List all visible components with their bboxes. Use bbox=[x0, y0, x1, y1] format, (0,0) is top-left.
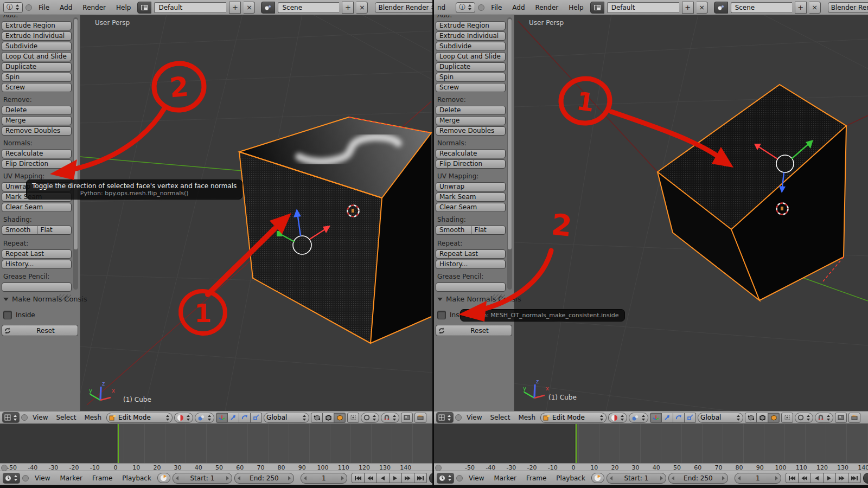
play-reverse-button[interactable] bbox=[811, 473, 824, 483]
timeline-area[interactable] bbox=[434, 423, 868, 463]
viewport-shading-dropdown[interactable] bbox=[174, 413, 193, 423]
shelf-button-repeat-last[interactable]: Repeat Last bbox=[2, 249, 72, 259]
manipulator-toggle-button[interactable] bbox=[650, 413, 662, 423]
cube-mesh[interactable] bbox=[239, 117, 431, 343]
reset-button[interactable]: Reset bbox=[436, 325, 512, 336]
shelf-scrollbar[interactable] bbox=[73, 17, 78, 290]
menu-select[interactable]: Select bbox=[53, 414, 79, 421]
menu-add[interactable]: Add bbox=[508, 4, 528, 11]
jump-to-start-button[interactable] bbox=[352, 473, 365, 483]
header-collapse-button[interactable] bbox=[22, 475, 29, 481]
current-frame-field[interactable]: 1 bbox=[301, 473, 347, 484]
mode-dropdown[interactable]: Edit Mode bbox=[106, 413, 173, 423]
menu-view[interactable]: View bbox=[29, 414, 51, 421]
menu-help[interactable]: Help bbox=[565, 4, 587, 11]
editor-type-button[interactable]: ⓘ bbox=[456, 2, 475, 13]
shelf-button-spin[interactable]: Spin bbox=[2, 73, 72, 82]
menu-render[interactable]: Render bbox=[79, 4, 110, 11]
viewport-shading-dropdown[interactable] bbox=[608, 413, 627, 423]
shelf-button-remove-doubles[interactable]: Remove Doubles bbox=[2, 126, 72, 136]
shelf-button-flip-direction[interactable]: Flip Direction bbox=[436, 159, 506, 169]
shelf-button-duplicate[interactable]: Duplicate bbox=[2, 62, 72, 72]
screen-layout-icon[interactable] bbox=[137, 2, 151, 14]
face-select-button[interactable] bbox=[768, 413, 780, 423]
viewport-3d[interactable]: User Persp bbox=[514, 15, 868, 411]
shelf-button-flip-direction[interactable]: Flip Direction bbox=[2, 159, 72, 169]
shelf-button-clear-seam[interactable]: Clear Seam bbox=[2, 203, 72, 212]
collapse-arrow-icon[interactable] bbox=[437, 298, 443, 301]
mode-dropdown[interactable]: Edit Mode bbox=[540, 413, 607, 423]
shelf-button-remove-doubles[interactable]: Remove Doubles bbox=[436, 126, 506, 136]
shelf-button-flat[interactable]: Flat bbox=[471, 226, 506, 235]
inside-checkbox[interactable] bbox=[3, 311, 12, 319]
shelf-button-unwrap[interactable]: Unwrap bbox=[436, 182, 506, 191]
shelf-button-clipped[interactable] bbox=[2, 282, 72, 292]
render-engine-dropdown[interactable]: Blender Render bbox=[828, 2, 868, 13]
delete-scene-button[interactable]: × bbox=[809, 2, 821, 14]
shelf-button-recalculate[interactable]: Recalculate bbox=[2, 149, 72, 158]
menu-frame[interactable]: Frame bbox=[88, 474, 116, 482]
rotate-manipulator-button[interactable] bbox=[673, 413, 685, 423]
shelf-button-extrude-region[interactable]: Extrude Region bbox=[436, 21, 506, 30]
shelf-button-screw[interactable]: Screw bbox=[2, 83, 72, 92]
shelf-button-clear-seam[interactable]: Clear Seam bbox=[436, 203, 506, 212]
shelf-button-smooth[interactable]: Smooth bbox=[436, 226, 471, 235]
render-opengl-button[interactable] bbox=[835, 413, 847, 423]
shelf-button-flat[interactable]: Flat bbox=[37, 226, 72, 235]
current-frame-line[interactable] bbox=[576, 423, 577, 463]
scale-manipulator-button[interactable] bbox=[251, 413, 262, 423]
edge-select-button[interactable] bbox=[323, 413, 334, 423]
menu-help[interactable]: Help bbox=[112, 4, 135, 11]
shelf-button-extrude-region[interactable]: Extrude Region bbox=[2, 21, 72, 30]
screen-layout-field[interactable]: Default bbox=[607, 2, 679, 13]
sync-mode-dropdown[interactable]: No Sync bbox=[863, 473, 868, 484]
translate-manipulator-button[interactable] bbox=[662, 413, 673, 423]
next-keyframe-button[interactable] bbox=[402, 473, 414, 483]
pivot-point-dropdown[interactable] bbox=[629, 413, 648, 423]
screen-layout-field[interactable]: Default bbox=[154, 2, 226, 13]
editor-type-button[interactable] bbox=[2, 412, 20, 423]
header-collapse-button[interactable] bbox=[25, 4, 32, 11]
header-collapse-button[interactable] bbox=[456, 475, 463, 481]
viewport-3d[interactable]: User Persp bbox=[80, 15, 432, 411]
shelf-button-history[interactable]: History... bbox=[436, 260, 506, 269]
shelf-button-history[interactable]: History... bbox=[2, 260, 72, 269]
scale-manipulator-button[interactable] bbox=[685, 413, 696, 423]
header-collapse-button[interactable] bbox=[455, 414, 462, 421]
shelf-button-extrude-individual[interactable]: Extrude Individual bbox=[436, 31, 506, 41]
render-opengl-button[interactable] bbox=[401, 413, 413, 423]
manipulator-toggle-button[interactable] bbox=[216, 413, 228, 423]
shelf-scrollbar-thumb[interactable] bbox=[508, 19, 512, 249]
record-button[interactable] bbox=[157, 473, 170, 483]
scene-icon[interactable] bbox=[714, 2, 728, 14]
orientation-dropdown[interactable]: Global bbox=[698, 413, 743, 423]
shelf-button-duplicate[interactable]: Duplicate bbox=[436, 62, 506, 72]
add-layout-button[interactable]: + bbox=[229, 2, 241, 14]
shelf-button-delete[interactable]: Delete bbox=[436, 106, 506, 115]
editor-type-button[interactable]: ⓘ bbox=[3, 2, 23, 13]
reset-button[interactable]: Reset bbox=[2, 325, 78, 336]
editor-type-button[interactable] bbox=[3, 473, 20, 484]
shelf-button-extrude-individual[interactable]: Extrude Individual bbox=[2, 31, 72, 41]
menu-add[interactable]: Add bbox=[56, 4, 76, 11]
shelf-scrollbar[interactable] bbox=[507, 17, 512, 290]
shelf-button-screw[interactable]: Screw bbox=[436, 83, 506, 92]
occlude-geometry-button[interactable] bbox=[781, 413, 793, 423]
vertex-select-button[interactable] bbox=[745, 413, 757, 423]
shelf-button-merge[interactable]: Merge bbox=[436, 116, 506, 125]
shelf-button-repeat-last[interactable]: Repeat Last bbox=[436, 249, 506, 259]
menu-mesh[interactable]: Mesh bbox=[81, 414, 105, 421]
delete-layout-button[interactable]: × bbox=[697, 2, 708, 14]
collapse-arrow-icon[interactable] bbox=[3, 298, 9, 301]
menu-select[interactable]: Select bbox=[487, 414, 513, 421]
menu-marker[interactable]: Marker bbox=[56, 474, 86, 482]
delete-layout-button[interactable]: × bbox=[244, 2, 255, 14]
menu-render[interactable]: Render bbox=[532, 4, 563, 11]
vertex-select-button[interactable] bbox=[311, 413, 323, 423]
jump-to-start-button[interactable] bbox=[786, 473, 799, 483]
editor-type-button[interactable] bbox=[437, 473, 454, 484]
start-frame-field[interactable]: Start: 1 bbox=[173, 473, 232, 484]
current-frame-field[interactable]: 1 bbox=[735, 473, 781, 484]
menu-view[interactable]: View bbox=[463, 414, 485, 421]
inside-checkbox[interactable] bbox=[437, 311, 446, 319]
